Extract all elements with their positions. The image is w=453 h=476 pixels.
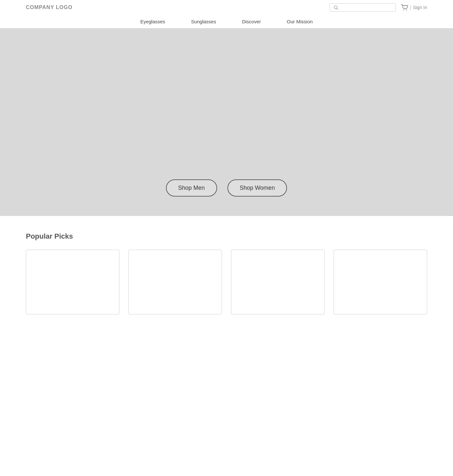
company-logo: COMPANY LOGO xyxy=(26,5,72,10)
product-card-1[interactable] xyxy=(26,250,119,314)
header-right: | Sign In xyxy=(330,3,427,12)
hero-section: Shop Men Shop Women xyxy=(0,28,453,216)
cart-svg xyxy=(401,4,408,11)
header: COMPANY LOGO | Sign In xyxy=(0,0,453,15)
nav-item-sunglasses[interactable]: Sunglasses xyxy=(191,19,216,24)
product-card-4[interactable] xyxy=(334,250,427,314)
sign-in-link[interactable]: Sign In xyxy=(413,5,427,10)
cart-signin-area: | Sign In xyxy=(401,4,427,11)
hero-buttons: Shop Men Shop Women xyxy=(166,179,287,197)
main-nav: Eyeglasses Sunglasses Discover Our Missi… xyxy=(0,15,453,28)
bottom-spacer xyxy=(0,334,453,425)
svg-point-0 xyxy=(334,6,337,9)
popular-picks-title: Popular Picks xyxy=(26,232,427,241)
cart-signin-divider: | xyxy=(410,5,411,10)
search-container xyxy=(330,3,396,12)
nav-item-our-mission[interactable]: Our Mission xyxy=(287,19,313,24)
product-card-3[interactable] xyxy=(231,250,325,314)
svg-point-2 xyxy=(403,9,404,10)
search-input[interactable] xyxy=(340,5,392,10)
shop-men-button[interactable]: Shop Men xyxy=(166,179,217,197)
nav-item-eyeglasses[interactable]: Eyeglasses xyxy=(140,19,165,24)
svg-point-3 xyxy=(406,9,407,10)
search-icon xyxy=(333,5,338,10)
popular-picks-section: Popular Picks xyxy=(0,216,453,334)
cart-icon[interactable] xyxy=(401,4,408,11)
svg-line-1 xyxy=(337,8,338,10)
product-card-2[interactable] xyxy=(128,250,222,314)
nav-item-discover[interactable]: Discover xyxy=(242,19,261,24)
shop-women-button[interactable]: Shop Women xyxy=(227,179,287,197)
product-grid xyxy=(26,250,427,314)
